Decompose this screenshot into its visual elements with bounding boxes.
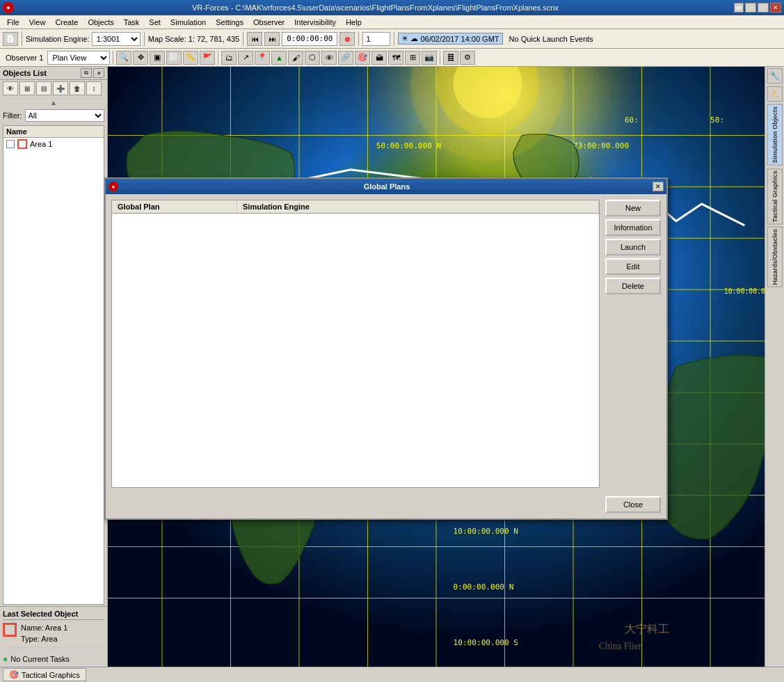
menu-view[interactable]: View [25, 17, 50, 27]
entity-btn[interactable]: 🚩 [200, 51, 215, 65]
left-panel: Objects List ⧉ ✕ 👁 ⊞ ⊟ ➕ 🗑 ↕ ▲ Filter: A… [0, 67, 108, 667]
sidebar-icon-1[interactable]: 🔧 [767, 68, 783, 84]
sidebar-simulation-objects[interactable]: Simulation Objects [767, 104, 783, 166]
window-controls: ⇄ ─ □ ✕ [734, 3, 781, 13]
path-btn[interactable]: 🛤 [443, 51, 458, 65]
layer-btn[interactable]: 🗂 [221, 51, 237, 65]
information-button[interactable]: Information [605, 219, 661, 236]
new-button[interactable]: New [605, 200, 661, 216]
obj-delete-btn[interactable]: 🗑 [70, 81, 85, 95]
item-checkbox[interactable] [6, 140, 15, 148]
svg-text:China Flier: China Flier [599, 641, 642, 651]
terrain-btn[interactable]: 🏔 [371, 51, 387, 65]
objects-list-detach-btn[interactable]: ⧉ [81, 68, 92, 78]
type-value: Area [41, 635, 57, 643]
route-btn[interactable]: ↗ [238, 51, 253, 65]
menu-intervisibility[interactable]: Intervisibility [290, 17, 340, 27]
dialog-title-bar: ● Global Plans ✕ [106, 179, 666, 194]
task-item: ● No Current Tasks [3, 654, 104, 664]
dialog-body: Global Plan Simulation Engine New Inform… [106, 194, 666, 493]
svg-text:0:00:00.000 N: 0:00:00.000 N [454, 582, 514, 592]
objects-col-name: Name [3, 126, 104, 138]
obj-expand-btn[interactable]: ⊞ [19, 81, 35, 95]
green-btn[interactable]: ▲ [271, 51, 287, 65]
sidebar-icon-warning[interactable]: ⚠ [767, 86, 783, 102]
link-btn[interactable]: 🔗 [338, 51, 353, 65]
menu-task[interactable]: Task [120, 17, 144, 27]
app-icon: ● [3, 2, 14, 13]
tactical-graphics-button[interactable]: 🎯 Tactical Graphics [3, 668, 86, 681]
toolbar-icon-1[interactable]: 📄 [3, 32, 18, 46]
menu-settings[interactable]: Settings [211, 17, 248, 27]
sep-5 [394, 32, 394, 46]
minimize-button[interactable]: ─ [745, 3, 756, 13]
pan-btn[interactable]: ✥ [133, 51, 148, 65]
observer-label: Observer 1 [3, 54, 46, 62]
menu-bar: File View Create Objects Task Set Simula… [0, 15, 784, 29]
svg-text:10:00:00.000 N: 10:00:00.000 N [454, 527, 518, 536]
sim-engine-label: Simulation Engine: [26, 35, 90, 43]
target-btn[interactable]: 🎯 [355, 51, 370, 65]
list-item[interactable]: Area 1 [3, 138, 104, 150]
restore-button[interactable]: ⇄ [734, 3, 744, 13]
counter-input[interactable] [362, 32, 390, 46]
menu-simulation[interactable]: Simulation [166, 17, 210, 27]
objects-list-close-btn[interactable]: ✕ [93, 68, 104, 78]
item-name: Area 1 [30, 140, 52, 148]
grid-btn[interactable]: ⊞ [405, 51, 420, 65]
quick-launch-label: No Quick Launch Events [505, 35, 598, 43]
close-button[interactable]: Close [605, 496, 661, 513]
right-sidebar: 🔧 ⚠ Simulation Objects Tactical Graphics… [765, 67, 784, 667]
map-scale-label: Map Scale: [148, 35, 186, 43]
sep-3 [243, 32, 243, 46]
obj-view-btn[interactable]: 👁 [3, 81, 18, 95]
dialog-close-btn[interactable]: ✕ [653, 182, 664, 191]
edit-button[interactable]: Edit [605, 258, 661, 275]
brush-btn[interactable]: 🖌 [288, 51, 303, 65]
rewind-btn[interactable]: ⏮ [247, 32, 262, 46]
sidebar-tactical-graphics[interactable]: Tactical Graphics [767, 168, 783, 224]
measure-btn[interactable]: 📏 [183, 51, 198, 65]
menu-objects[interactable]: Objects [83, 17, 118, 27]
sep-4 [358, 32, 359, 46]
global-plans-dialog[interactable]: ● Global Plans ✕ Global Plan Simulation … [104, 177, 668, 520]
step-forward-btn[interactable]: ⏭ [264, 32, 280, 46]
sidebar-hazards[interactable]: Hazards/Obstacles [767, 227, 783, 287]
name-value: Area 1 [45, 624, 67, 632]
delete-button[interactable]: Delete [605, 278, 661, 294]
sensor-btn[interactable]: 👁 [321, 51, 337, 65]
launch-button[interactable]: Launch [605, 239, 661, 255]
zoom-btn[interactable]: 🔍 [116, 51, 131, 65]
sep-1 [22, 32, 22, 46]
menu-create[interactable]: Create [51, 17, 82, 27]
svg-text:73:00:00.000: 73:00:00.000 [573, 141, 629, 150]
record-btn[interactable]: ⏺ [339, 32, 355, 46]
settings2-btn[interactable]: ⚙ [460, 51, 475, 65]
select-btn[interactable]: ▣ [150, 51, 165, 65]
objects-list-controls: ⧉ ✕ [81, 68, 104, 78]
objects-list-area: Name Area 1 [3, 125, 104, 605]
filter-select[interactable]: All [25, 109, 105, 122]
obj-add-btn[interactable]: ➕ [53, 81, 68, 95]
obj-collapse-btn[interactable]: ⊟ [36, 81, 51, 95]
maximize-button[interactable]: □ [758, 3, 769, 13]
menu-file[interactable]: File [3, 17, 24, 27]
sun-icon: ☀ [401, 34, 408, 43]
objects-list-title: Objects List [3, 69, 47, 77]
obj-sort-btn[interactable]: ↕ [86, 81, 102, 95]
sim-engine-select[interactable]: 1:3001 [92, 32, 141, 46]
name-label: Name: [21, 624, 43, 632]
view-select[interactable]: Plan View [47, 51, 110, 65]
close-button[interactable]: ✕ [770, 3, 781, 13]
waypoint-btn[interactable]: 📍 [255, 51, 270, 65]
overlay-btn[interactable]: 🗺 [388, 51, 403, 65]
camera-btn[interactable]: 📷 [422, 51, 437, 65]
svg-text:大宁科工: 大宁科工 [625, 623, 669, 635]
menu-help[interactable]: Help [342, 17, 366, 27]
menu-set[interactable]: Set [145, 17, 165, 27]
menu-observer[interactable]: Observer [249, 17, 289, 27]
select2-btn[interactable]: ⬜ [166, 51, 182, 65]
dialog-table: Global Plan Simulation Engine [111, 200, 600, 488]
area-btn[interactable]: ⬡ [305, 51, 320, 65]
last-selected-title: Last Selected Object [3, 610, 104, 620]
